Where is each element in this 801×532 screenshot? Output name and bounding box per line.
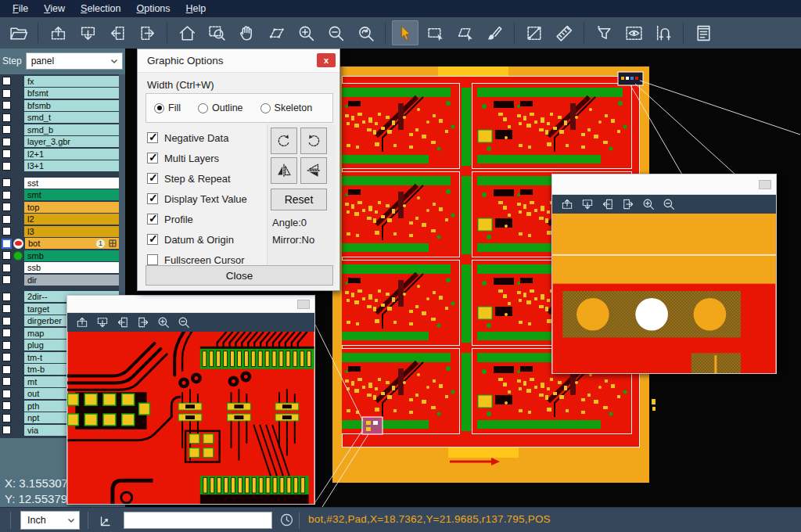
menu-view[interactable]: View — [36, 0, 73, 17]
shift-view-down-button[interactable] — [74, 20, 101, 45]
flip-horizontal-button[interactable] — [271, 157, 297, 184]
layer-visibility-checkbox-layer_3.gbr[interactable] — [2, 138, 11, 146]
layer-visibility-checkbox-mt[interactable] — [2, 377, 11, 386]
layer-label-sst[interactable]: sst — [24, 178, 119, 189]
layer-label-ssb[interactable]: ssb — [24, 262, 119, 273]
layer-visibility-checkbox-plug[interactable] — [2, 341, 11, 350]
grid-icon[interactable] — [109, 239, 117, 247]
shift-up-button[interactable] — [557, 196, 577, 212]
magnifier-window-button[interactable] — [297, 300, 310, 309]
radio-fill[interactable]: Fill — [154, 102, 181, 113]
snap-tool-button[interactable] — [650, 20, 677, 45]
shift-down-button[interactable] — [577, 196, 598, 212]
view-options-button[interactable] — [620, 20, 647, 45]
measure-distance-button[interactable] — [521, 20, 548, 45]
filter-tool-button[interactable] — [591, 20, 617, 45]
layer-visibility-checkbox-l2+1[interactable] — [2, 149, 11, 158]
shift-view-left-button[interactable] — [104, 20, 131, 45]
layer-visibility-checkbox-map[interactable] — [2, 329, 11, 337]
layer-visibility-checkbox-tm-b[interactable] — [2, 365, 11, 374]
layer-visibility-checkbox-npt[interactable] — [2, 414, 11, 422]
zoom-in-button[interactable] — [293, 20, 319, 45]
layer-visibility-checkbox-top[interactable] — [2, 203, 11, 211]
layer-visibility-checkbox-pth[interactable] — [2, 401, 11, 410]
layer-label-dir[interactable]: dir — [24, 275, 119, 286]
shift-left-button[interactable] — [598, 196, 618, 212]
angle-mode-icon[interactable] — [99, 512, 115, 531]
select-rectangle-button[interactable] — [422, 20, 448, 45]
report-tool-button[interactable] — [690, 20, 717, 45]
layer-visibility-checkbox-smd_b[interactable] — [2, 125, 11, 134]
dialog-title-bar[interactable]: Graphic Options — [138, 49, 339, 73]
layer-visibility-checkbox-bfsmt[interactable] — [2, 89, 11, 98]
layer-visibility-checkbox-via[interactable] — [2, 426, 11, 434]
radio-skeleton[interactable]: Skeleton — [260, 102, 313, 113]
flip-vertical-button[interactable] — [300, 157, 327, 184]
layer-visibility-checkbox-l2[interactable] — [2, 215, 11, 224]
layer-visibility-checkbox-tm-t[interactable] — [2, 353, 11, 361]
shift-right-button[interactable] — [133, 315, 153, 330]
layer-label-bfsmb[interactable]: bfsmb — [24, 100, 119, 111]
layer-visibility-checkbox-l3+1[interactable] — [2, 162, 11, 171]
layer-visibility-checkbox-smd_t[interactable] — [2, 113, 11, 122]
checkbox-profile[interactable]: Profile — [147, 212, 193, 226]
rotate-ccw-button[interactable] — [300, 128, 327, 154]
history-icon[interactable] — [278, 512, 295, 531]
radio-outline[interactable]: Outline — [198, 102, 243, 113]
zoom-previous-button[interactable] — [352, 20, 379, 45]
zoom-in-button[interactable] — [153, 315, 174, 330]
shift-down-button[interactable] — [92, 315, 113, 330]
shift-right-button[interactable] — [618, 196, 638, 212]
zoom-polygon-button[interactable] — [263, 20, 289, 45]
step-select[interactable]: panel — [26, 52, 123, 70]
zoom-home-button[interactable] — [174, 20, 200, 45]
layer-label-smt[interactable]: smt — [24, 189, 119, 200]
layer-label-bfsmt[interactable]: bfsmt — [24, 88, 119, 99]
zoom-area-button[interactable] — [203, 20, 230, 45]
layer-visibility-checkbox-fx[interactable] — [2, 77, 11, 85]
layer-visibility-checkbox-2dir--[interactable] — [2, 293, 11, 301]
magnifier-window-left[interactable] — [66, 295, 315, 505]
layer-visibility-checkbox-out[interactable] — [2, 390, 11, 398]
layer-label-bot[interactable]: bot1 — [25, 238, 119, 249]
select-polygon-button[interactable] — [451, 20, 478, 45]
zoom-out-button[interactable] — [322, 20, 349, 45]
layer-label-smd_b[interactable]: smd_b — [24, 124, 119, 135]
magnifier-window-right[interactable] — [551, 174, 777, 374]
layer-visibility-checkbox-bot[interactable] — [2, 239, 12, 249]
brush-tool-button[interactable] — [481, 20, 508, 45]
checkbox-display-text-value[interactable]: Display Text Value — [147, 192, 247, 206]
shift-left-button[interactable] — [113, 315, 133, 330]
layer-visibility-checkbox-smb[interactable] — [2, 251, 11, 260]
close-icon[interactable]: x — [317, 53, 336, 67]
magnifier-left-pcb-view[interactable] — [67, 332, 314, 504]
layer-label-l2[interactable]: l2 — [24, 214, 119, 225]
layer-visibility-checkbox-target[interactable] — [2, 304, 11, 313]
magnifier-right-pcb-view[interactable] — [552, 214, 776, 373]
open-file-button[interactable] — [5, 20, 31, 45]
layer-visibility-checkbox-bfsmb[interactable] — [2, 101, 11, 110]
unit-select[interactable]: Inch — [20, 511, 80, 530]
layer-label-l2+1[interactable]: l2+1 — [24, 149, 119, 160]
menu-help[interactable]: Help — [178, 0, 214, 17]
layer-visibility-checkbox-dir[interactable] — [2, 275, 11, 284]
rotate-cw-button[interactable] — [271, 128, 297, 154]
layer-label-fx[interactable]: fx — [24, 76, 119, 87]
select-tool-button[interactable] — [392, 20, 418, 45]
checkbox-datum-origin[interactable]: Datum & Origin — [147, 232, 234, 246]
layer-label-smd_t[interactable]: smd_t — [24, 112, 119, 123]
magnifier-title-bar[interactable] — [67, 296, 314, 313]
magnifier-window-button[interactable] — [759, 180, 771, 189]
reset-button[interactable]: Reset — [271, 189, 327, 210]
checkbox-multi-layers[interactable]: Multi Layers — [147, 151, 219, 165]
menu-options[interactable]: Options — [128, 0, 178, 17]
layer-label-l3[interactable]: l3 — [24, 226, 119, 237]
layer-visibility-checkbox-sst[interactable] — [2, 178, 11, 187]
shift-view-up-button[interactable] — [45, 20, 71, 45]
menu-file[interactable]: File — [5, 0, 36, 17]
checkbox-step-repeat[interactable]: Step & Repeat — [147, 171, 231, 185]
layer-visibility-checkbox-l3[interactable] — [2, 227, 11, 235]
shift-up-button[interactable] — [72, 315, 92, 330]
shift-view-right-button[interactable] — [134, 20, 160, 45]
ruler-tool-button[interactable] — [551, 20, 577, 45]
